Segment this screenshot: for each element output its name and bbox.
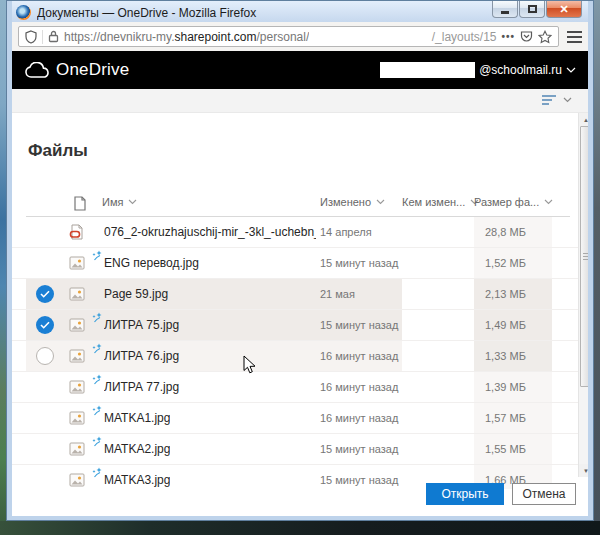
file-modified: 15 минут назад	[320, 248, 398, 279]
onedrive-logo[interactable]: OneDrive	[24, 60, 129, 80]
close-button[interactable]: ✕	[546, 1, 582, 18]
pocket-icon[interactable]	[520, 30, 533, 43]
file-name: Page 59.jpg	[104, 279, 168, 310]
image-file-icon	[69, 410, 85, 426]
pdf-file-icon	[69, 224, 85, 240]
dialog-footer: Открыть Отмена	[12, 489, 588, 516]
minimize-button[interactable]	[492, 1, 518, 18]
page-actions-icon[interactable]: •••	[501, 31, 515, 42]
file-size: 28,8 МБ	[474, 217, 552, 247]
new-item-sparkle-icon	[91, 374, 102, 385]
image-file-icon	[69, 441, 85, 457]
row-checkbox-empty[interactable]	[36, 347, 54, 365]
file-modified: 16 минут назад	[320, 341, 398, 372]
account-menu[interactable]: @schoolmail.ru	[380, 62, 576, 78]
image-file-icon	[69, 379, 85, 395]
urlbar-divider	[42, 30, 43, 44]
page-title: Файлы	[28, 141, 88, 161]
desktop-wallpaper-right	[594, 0, 600, 521]
firefox-icon	[16, 5, 31, 20]
onedrive-header: OneDrive @schoolmail.ru	[12, 51, 588, 89]
scroll-up-icon[interactable]: ▲	[579, 113, 588, 126]
chevron-down-icon	[566, 67, 576, 73]
image-file-icon	[69, 286, 85, 302]
chevron-down-icon	[544, 199, 553, 205]
table-header: Имя Изменено Кем измен... Размер фа...	[12, 193, 588, 217]
file-name: ЛИТРА 76.jpg	[104, 341, 179, 372]
table-row[interactable]: MATKA1.jpg 16 минут назад 1,57 МБ	[12, 403, 588, 434]
menu-icon[interactable]	[567, 31, 582, 43]
new-item-sparkle-icon	[91, 343, 102, 354]
image-file-icon	[69, 472, 85, 488]
url-text: https://dnevnikru-my.sharepoint.com/pers…	[64, 30, 309, 44]
image-file-icon	[69, 348, 85, 364]
cancel-button[interactable]: Отмена	[512, 483, 576, 505]
image-file-icon	[69, 255, 85, 271]
file-name: ЛИТРА 75.jpg	[104, 310, 179, 341]
vertical-scrollbar[interactable]: ▲ ▼	[578, 113, 588, 477]
file-modified: 15 минут назад	[320, 434, 398, 465]
sort-icon	[542, 95, 556, 105]
table-row[interactable]: ENG перевод.jpg 15 минут назад 1,52 МБ	[12, 248, 588, 279]
scrollbar-thumb[interactable]	[580, 126, 588, 387]
file-list: 076_2-okruzhajuschij-mir_-3kl_-uchebn_-v…	[12, 217, 588, 496]
file-size: 1,52 МБ	[474, 248, 552, 278]
file-size: 1,57 МБ	[474, 403, 552, 433]
new-item-sparkle-icon	[91, 436, 102, 447]
file-name: ЛИТРА 77.jpg	[104, 372, 179, 403]
row-checkbox-checked[interactable]	[36, 316, 54, 334]
new-item-sparkle-icon	[91, 405, 102, 416]
file-modified: 16 минут назад	[320, 403, 398, 434]
file-modified: 16 минут назад	[320, 372, 398, 403]
chevron-down-icon	[563, 97, 572, 103]
new-item-sparkle-icon	[91, 467, 102, 478]
file-type-column-icon[interactable]	[74, 196, 86, 211]
url-bar[interactable]: https://dnevnikru-my.sharepoint.com/pers…	[18, 26, 559, 47]
table-row[interactable]: Page 59.jpg 21 мая 2,13 МБ	[12, 279, 588, 310]
file-name: ENG перевод.jpg	[104, 248, 199, 279]
row-checkbox-checked[interactable]	[36, 285, 54, 303]
file-picker-content: Файлы Имя Изменено Кем измен...	[12, 113, 588, 516]
file-size: 1,49 МБ	[474, 310, 552, 340]
cloud-icon	[24, 62, 50, 79]
file-size: 2,13 МБ	[474, 279, 552, 309]
chevron-down-icon	[128, 199, 137, 205]
file-name: MATKA2.jpg	[104, 434, 170, 465]
window-controls: ✕	[491, 1, 582, 18]
new-item-sparkle-icon	[91, 250, 102, 261]
lock-icon[interactable]	[48, 30, 59, 43]
redacted-email	[380, 62, 475, 78]
file-modified: 14 апреля	[320, 217, 372, 248]
bookmark-star-icon[interactable]	[538, 30, 552, 44]
file-size: 1,55 МБ	[474, 434, 552, 464]
sort-button[interactable]	[542, 95, 572, 105]
desktop-background: Документы — OneDrive - Mozilla Firefox ✕…	[0, 0, 600, 535]
file-modified: 21 мая	[320, 279, 355, 310]
column-header-modified-by[interactable]: Кем измен...	[402, 196, 479, 208]
mouse-cursor	[243, 355, 256, 375]
image-file-icon	[69, 317, 85, 333]
tracking-shield-icon[interactable]	[25, 30, 37, 44]
scroll-down-icon[interactable]: ▼	[579, 464, 588, 477]
open-button[interactable]: Открыть	[426, 483, 504, 505]
table-row[interactable]: ЛИТРА 76.jpg 16 минут назад 1,33 МБ	[12, 341, 588, 372]
column-header-size[interactable]: Размер фа...	[474, 196, 553, 208]
new-item-sparkle-icon	[91, 312, 102, 323]
file-modified: 15 минут назад	[320, 310, 398, 341]
browser-toolbar: https://dnevnikru-my.sharepoint.com/pers…	[12, 22, 588, 51]
file-size: 1,39 МБ	[474, 372, 552, 402]
account-domain: @schoolmail.ru	[479, 63, 562, 77]
file-size: 1,33 МБ	[474, 341, 552, 371]
column-header-name[interactable]: Имя	[102, 196, 137, 208]
table-row[interactable]: MATKA2.jpg 15 минут назад 1,55 МБ	[12, 434, 588, 465]
table-row[interactable]: ЛИТРА 75.jpg 15 минут назад 1,49 МБ	[12, 310, 588, 341]
table-row[interactable]: 076_2-okruzhajuschij-mir_-3kl_-uchebn_-v…	[12, 217, 588, 248]
maximize-button[interactable]	[519, 1, 545, 18]
file-name: 076_2-okruzhajuschij-mir_-3kl_-uchebn_-v…	[104, 217, 316, 248]
url-tail-text: /_layouts/15	[432, 30, 497, 44]
browser-window: Документы — OneDrive - Mozilla Firefox ✕…	[6, 0, 594, 521]
table-row[interactable]: ЛИТРА 77.jpg 16 минут назад 1,39 МБ	[12, 372, 588, 403]
chevron-down-icon	[376, 199, 385, 205]
window-titlebar[interactable]: Документы — OneDrive - Mozilla Firefox ✕	[12, 1, 588, 22]
column-header-modified[interactable]: Изменено	[320, 196, 385, 208]
